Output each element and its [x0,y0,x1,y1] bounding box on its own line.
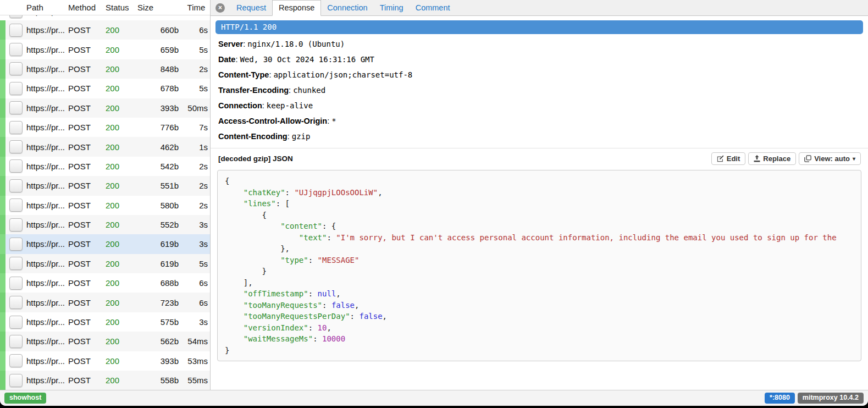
column-header-size[interactable]: Size [137,3,182,12]
flow-row[interactable]: https://pr...POST200562b54ms [0,332,210,351]
status-cell: 200 [106,337,137,346]
response-headers: Server: nginx/1.18.0 (Ubuntu)Date: Wed, … [211,39,868,142]
method-cell: POST [68,84,106,93]
method-cell: POST [68,123,106,132]
flow-row[interactable]: https://pr...POST200393b50ms [0,98,210,118]
row-accent-stripe [0,176,5,195]
time-cell: 6s [182,278,210,288]
status-cell: 200 [106,201,137,210]
column-header-path[interactable]: Path [26,3,68,12]
flow-icon[interactable] [9,199,23,212]
flow-icon[interactable] [9,238,23,251]
flow-row[interactable]: https://pr...POST200660b6s [0,20,210,40]
time-cell: 1s [182,142,210,152]
response-header-line: Content-Encoding: gzip [211,131,868,142]
time-cell: 2s [182,201,210,210]
method-cell: POST [68,15,106,16]
time-cell: 3s [182,317,210,327]
flow-row[interactable]: https://pr...POST200619b5s [0,254,210,273]
upload-icon [754,155,760,162]
flow-row[interactable]: https://pr...POST200776b7s [0,118,210,137]
flow-icon[interactable] [9,179,23,192]
detail-tabbar: × RequestResponseConnectionTimingComment [211,0,868,16]
flow-row[interactable]: https://pr...POST200678b5s [0,79,210,98]
flow-icon[interactable] [9,354,23,367]
flow-icon[interactable] [9,218,23,231]
flow-icon[interactable] [9,296,23,309]
path-cell: https://pr... [26,201,68,210]
flow-row[interactable]: https://pr...POST200393b53ms [0,351,210,371]
flow-icon[interactable] [9,335,23,348]
edit-button[interactable]: Edit [711,152,746,165]
response-header-line: Content-Type: application/json;charset=u… [211,70,868,80]
header-name: Content-Type [218,70,269,79]
size-cell: 619b [137,259,182,268]
flow-row[interactable]: https://pr...POST200558b55ms [0,371,210,390]
flow-icon[interactable] [9,277,23,290]
flow-icon[interactable] [9,316,23,329]
column-header-status[interactable]: Status [106,3,137,12]
close-icon[interactable]: × [215,3,225,13]
row-accent-stripe [0,371,5,390]
flow-row[interactable]: https://pr...POST200542b2s [0,157,210,176]
view-mode-button[interactable]: View: auto ▾ [799,152,861,165]
flow-row[interactable]: https://pr...POST200723b6s [0,293,210,312]
flow-row[interactable]: https://pr...POST200551b2s [0,176,210,195]
path-cell: https://pr... [26,298,68,307]
chevron-down-icon: ▾ [853,156,855,162]
flow-icon[interactable] [9,257,23,270]
flow-icon[interactable] [9,82,23,95]
column-header-method[interactable]: Method [68,3,106,12]
json-line: "lines": [ [225,198,854,209]
flow-icon[interactable] [9,121,23,134]
column-header-time[interactable]: Time [182,3,211,12]
flow-row-partial[interactable]: https://pr...POST200 [0,15,210,20]
flow-icon[interactable] [9,101,23,114]
path-cell: https://pr... [26,356,68,366]
flow-row[interactable]: https://pr...POST200580b2s [0,196,210,215]
header-name: Access-Control-Allow-Origin [218,117,327,125]
method-cell: POST [68,220,106,229]
method-cell: POST [68,64,106,74]
showhost-option-badge: showhost [4,393,46,404]
status-bar: showhost *:8080mitmproxy 10.4.2 [0,390,868,406]
flow-row[interactable]: https://pr...POST200688b6s [0,273,210,293]
tab-request[interactable]: Request [230,1,272,15]
row-accent-stripe [0,332,5,351]
flow-row[interactable]: https://pr...POST200575b3s [0,312,210,332]
flow-icon[interactable] [9,374,23,387]
header-colon: : [289,86,293,95]
header-colon: : [235,55,240,64]
flow-row[interactable]: https://pr...POST200462b1s [0,137,210,156]
flow-icon[interactable] [9,62,23,75]
tab-comment[interactable]: Comment [410,1,456,15]
header-colon: : [288,132,292,141]
flow-row[interactable]: https://pr...POST200552b3s [0,215,210,234]
tab-response[interactable]: Response [272,0,321,16]
time-cell: 54ms [182,337,210,346]
flow-icon[interactable] [9,43,23,56]
row-icon-cell [5,335,26,348]
path-cell: https://pr... [26,162,68,171]
row-icon-cell [5,101,26,114]
replace-button[interactable]: Replace [748,152,796,165]
http-status-line[interactable]: HTTP/1.1 200 [215,20,863,34]
method-cell: POST [68,239,106,249]
flow-icon[interactable] [9,140,23,153]
view-mode-label: View: auto [814,155,850,163]
flow-icon[interactable] [9,24,23,37]
flow-icon[interactable] [9,15,23,18]
response-body-json[interactable]: { "chatKey": "UJjqgpjLOOsOOLiW", "lines"… [217,170,861,361]
flow-row[interactable]: https://pr...POST200848b2s [0,59,210,79]
flow-row[interactable]: https://pr...POST200659b5s [0,40,210,59]
flow-row[interactable]: https://pr...POST200619b3s [0,234,210,253]
json-line: "tooManyRequests": false, [225,300,854,311]
tab-timing[interactable]: Timing [374,1,410,15]
row-accent-stripe [0,215,5,234]
json-line: { [225,209,854,221]
row-accent-stripe [0,234,5,253]
tab-connection[interactable]: Connection [321,1,373,15]
path-cell: https://pr... [26,15,68,16]
row-icon-cell [5,62,26,75]
flow-icon[interactable] [9,159,23,173]
